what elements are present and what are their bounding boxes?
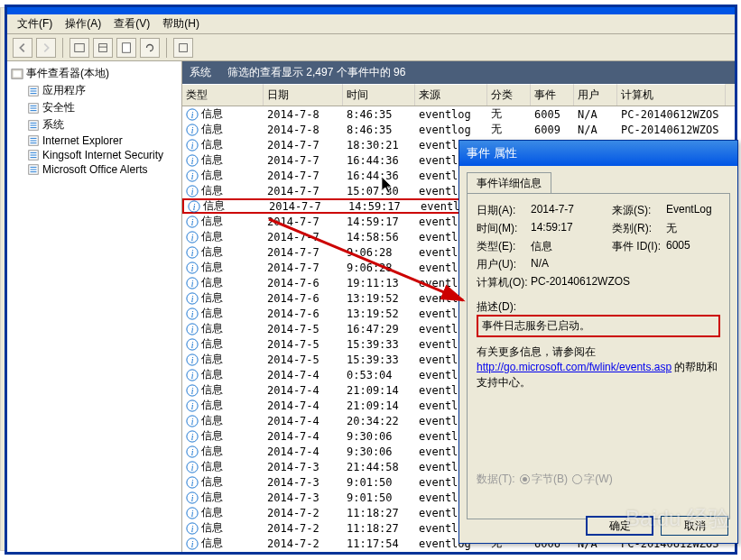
svg-text:i: i — [193, 201, 196, 211]
info-icon: i — [186, 292, 199, 305]
log-icon — [27, 102, 40, 115]
toolbar-btn-2[interactable] — [93, 38, 113, 58]
svg-text:i: i — [191, 140, 194, 150]
col-date[interactable]: 日期 — [264, 84, 343, 106]
tree-item[interactable]: 安全性 — [25, 99, 180, 116]
properties-button[interactable] — [116, 38, 136, 58]
svg-text:i: i — [191, 400, 194, 410]
info-icon: i — [186, 507, 199, 519]
dialog-title: 事件 属性 — [459, 141, 737, 166]
tree-item[interactable]: Internet Explorer — [25, 133, 180, 148]
svg-text:i: i — [191, 477, 194, 487]
tree-item[interactable]: Kingsoft Internet Security — [25, 148, 180, 162]
info-icon: i — [186, 537, 199, 550]
info-icon: i — [186, 491, 199, 504]
col-time[interactable]: 时间 — [343, 84, 415, 106]
info-icon: i — [186, 476, 199, 489]
header-label: 系统 — [190, 65, 211, 80]
tree-item[interactable]: 系统 — [25, 116, 180, 133]
col-category[interactable]: 分类 — [487, 84, 531, 106]
radio-word[interactable] — [572, 474, 582, 484]
forward-button[interactable] — [36, 38, 56, 58]
info-icon: i — [186, 415, 199, 427]
svg-text:i: i — [191, 247, 194, 257]
tree-item[interactable]: 应用程序 — [25, 82, 180, 99]
table-row[interactable]: i信息 2014-7-8 8:46:35 eventlog 无 6009 N/A… — [182, 122, 735, 137]
svg-text:i: i — [191, 109, 194, 119]
info-icon: i — [186, 262, 199, 274]
log-icon — [27, 149, 40, 161]
ok-button[interactable]: 确定 — [586, 516, 653, 536]
header-filter: 筛选的查看显示 2,497 个事件中的 96 — [227, 65, 405, 80]
tab-details[interactable]: 事件详细信息 — [467, 172, 551, 194]
toolbar-btn-1[interactable] — [69, 38, 89, 58]
svg-rect-3 — [123, 42, 131, 52]
log-icon — [27, 134, 40, 147]
svg-text:i: i — [191, 523, 194, 533]
info-icon: i — [188, 200, 200, 213]
info-icon: i — [186, 461, 199, 473]
toolbar — [7, 34, 735, 61]
log-icon — [27, 163, 40, 176]
refresh-button[interactable] — [140, 38, 160, 58]
info-icon: i — [186, 124, 199, 136]
svg-text:i: i — [191, 492, 194, 502]
title-bar — [7, 7, 735, 14]
svg-text:i: i — [191, 508, 194, 518]
col-computer[interactable]: 计算机 — [617, 84, 726, 106]
detail-grid: 日期(A):2014-7-7来源(S):EventLog 时间(M):14:59… — [477, 203, 720, 290]
col-type[interactable]: 类型 — [182, 84, 264, 106]
cancel-button[interactable]: 取消 — [661, 516, 728, 536]
info-icon: i — [186, 369, 199, 381]
menu-view[interactable]: 查看(V) — [109, 14, 154, 33]
col-source[interactable]: 来源 — [415, 84, 487, 106]
data-radio-row: 数据(T): 字节(B) 字(W) — [477, 472, 720, 487]
column-headers: 类型 日期 时间 来源 分类 事件 用户 计算机 — [182, 84, 735, 106]
radio-byte[interactable] — [520, 474, 530, 484]
svg-text:i: i — [191, 324, 194, 334]
info-icon: i — [186, 323, 199, 335]
svg-text:i: i — [191, 186, 194, 196]
info-icon: i — [186, 216, 199, 228]
tree-item[interactable]: Microsoft Office Alerts — [25, 162, 180, 177]
svg-text:i: i — [191, 278, 194, 288]
svg-text:i: i — [191, 308, 194, 318]
menu-action[interactable]: 操作(A) — [60, 14, 106, 33]
help-link[interactable]: http://go.microsoft.com/fwlink/events.as… — [477, 361, 672, 373]
info-icon: i — [186, 353, 199, 366]
info-icon: i — [186, 231, 199, 243]
col-user[interactable]: 用户 — [574, 84, 617, 106]
info-icon: i — [186, 308, 199, 320]
log-icon — [27, 119, 40, 132]
svg-text:i: i — [191, 354, 194, 364]
info-icon: i — [186, 522, 199, 535]
svg-text:i: i — [191, 170, 194, 180]
svg-text:i: i — [191, 155, 194, 165]
menu-help[interactable]: 帮助(H) — [158, 14, 204, 33]
svg-text:i: i — [191, 370, 194, 380]
desc-label: 描述(D): — [477, 299, 720, 315]
desc-text: 事件日志服务已启动。 — [477, 315, 720, 337]
col-event[interactable]: 事件 — [531, 84, 574, 106]
menu-bar: 文件(F) 操作(A) 查看(V) 帮助(H) — [7, 14, 735, 34]
toolbar-btn-5[interactable] — [173, 38, 193, 58]
info-icon: i — [186, 399, 199, 412]
tree-panel: 事件查看器(本地) 应用程序安全性系统Internet ExplorerKing… — [7, 61, 182, 552]
info-icon: i — [186, 108, 199, 121]
svg-text:i: i — [191, 431, 194, 441]
more-info-text: 有关更多信息，请参阅在 http://go.microsoft.com/fwli… — [477, 344, 720, 390]
svg-text:i: i — [191, 232, 194, 242]
tree-root[interactable]: 事件查看器(本地) — [9, 65, 180, 82]
log-icon — [27, 85, 40, 97]
table-row[interactable]: i信息 2014-7-8 8:46:35 eventlog 无 6005 N/A… — [182, 106, 735, 122]
svg-rect-6 — [14, 70, 22, 77]
svg-rect-0 — [75, 43, 85, 51]
back-button[interactable] — [13, 38, 32, 58]
svg-text:i: i — [191, 124, 194, 134]
menu-file[interactable]: 文件(F) — [13, 14, 57, 33]
svg-text:i: i — [191, 446, 194, 456]
svg-text:i: i — [191, 462, 194, 472]
svg-rect-1 — [99, 43, 107, 51]
viewer-icon — [11, 68, 23, 80]
content-header: 系统 筛选的查看显示 2,497 个事件中的 96 — [182, 61, 735, 84]
